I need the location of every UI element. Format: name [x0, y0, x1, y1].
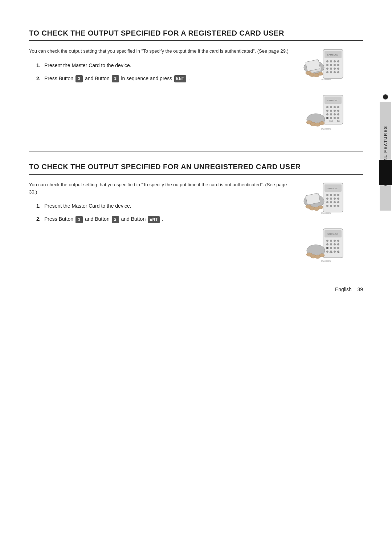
step-text: Press Button 3 and Button 1 in sequence …: [44, 74, 290, 82]
page-footer: English _ 39: [335, 286, 363, 292]
section2-step1: 1. Present the Master Card to the device…: [36, 202, 290, 210]
step-mid1: and Button: [85, 216, 110, 222]
button-badge-ent: ENT: [148, 216, 160, 223]
svg-point-14: [337, 68, 339, 70]
sidebar-black-bar: [379, 160, 392, 185]
svg-point-60: [337, 194, 339, 196]
svg-point-62: [330, 198, 332, 200]
svg-point-59: [334, 194, 336, 196]
section1-title: To Check the Output Specified for a Regi…: [29, 29, 363, 41]
section-divider: [29, 151, 363, 152]
section2-images: SAMSUNG: [298, 181, 363, 267]
svg-text:End: End: [330, 251, 333, 253]
svg-point-72: [337, 205, 339, 207]
step-number: 1.: [36, 202, 44, 210]
svg-point-3: [326, 60, 328, 62]
svg-text:SAMSUNG: SAMSUNG: [327, 54, 339, 56]
svg-point-66: [330, 201, 332, 203]
device-image-1: SAMSUNG: [301, 48, 359, 88]
device-image-4: SAMSUNG: [301, 227, 359, 267]
button-badge-2: 2: [112, 216, 119, 223]
svg-point-31: [330, 106, 332, 108]
device-image-3: SAMSUNG: [301, 181, 359, 221]
button-badge-3: 3: [75, 75, 83, 82]
svg-point-94: [337, 247, 339, 249]
svg-point-40: [334, 113, 336, 115]
svg-point-87: [326, 243, 328, 245]
svg-point-10: [337, 64, 339, 66]
svg-text:Set: Set: [337, 120, 340, 122]
svg-point-36: [334, 110, 336, 112]
step-number: 1.: [36, 61, 44, 69]
section1-images: SAMSUNG: [298, 48, 363, 133]
device-image-2: SAMSUNG: [301, 93, 359, 133]
svg-text:SMA-6000W: SMA-6000W: [321, 78, 331, 81]
step-suffix: .: [162, 216, 163, 222]
svg-point-17: [334, 71, 336, 73]
sidebar-tab: Additional Features: [379, 94, 392, 211]
svg-point-12: [330, 68, 332, 70]
svg-text:SAMSUNG: SAMSUNG: [327, 233, 339, 235]
step-mid1: and Button: [85, 76, 110, 81]
svg-text:SMA-6000W: SMA-6000W: [321, 212, 331, 214]
svg-point-37: [337, 110, 339, 112]
svg-point-70: [330, 205, 332, 207]
svg-point-57: [326, 194, 328, 196]
svg-point-69: [326, 205, 328, 207]
svg-point-50: [319, 122, 324, 125]
svg-point-39: [330, 113, 332, 115]
svg-point-88: [330, 243, 332, 245]
section2: To Check the Output Specified for an Unr…: [29, 163, 363, 267]
sidebar-label-wrap: Additional Features: [380, 102, 391, 211]
section2-desc: You can check the output setting that yo…: [29, 181, 290, 195]
svg-point-16: [330, 71, 332, 73]
button-badge-ent: ENT: [174, 75, 186, 82]
section2-title: To Check the Output Specified for an Unr…: [29, 163, 363, 175]
svg-point-64: [337, 198, 339, 200]
step-number: 2.: [36, 215, 44, 223]
svg-point-38: [326, 113, 328, 115]
section2-step2: 2. Press Button 3 and Button 2 and Butto…: [36, 215, 290, 223]
step-prefix: Press Button: [44, 76, 73, 81]
svg-point-95: [326, 251, 328, 253]
sidebar-dot: [383, 94, 388, 99]
svg-point-97: [334, 251, 336, 253]
svg-point-8: [330, 64, 332, 66]
svg-point-91: [326, 247, 328, 249]
svg-point-11: [326, 68, 328, 70]
step-number: 2.: [36, 74, 44, 82]
button-badge-3: 3: [75, 216, 83, 223]
svg-point-86: [337, 240, 339, 242]
svg-point-92: [330, 247, 332, 249]
svg-point-35: [330, 110, 332, 112]
svg-point-84: [330, 240, 332, 242]
section1-body: You can check the output setting that yo…: [29, 48, 363, 133]
svg-point-68: [337, 201, 339, 203]
svg-point-43: [330, 117, 332, 119]
svg-point-44: [334, 117, 336, 119]
svg-point-63: [334, 198, 336, 200]
svg-point-30: [326, 106, 328, 108]
section1-step2: 2. Press Button 3 and Button 1 in sequen…: [36, 74, 290, 82]
svg-point-9: [334, 64, 336, 66]
section1: To Check the Output Specified for a Regi…: [29, 29, 363, 133]
svg-point-42: [326, 117, 328, 119]
section2-steps: 1. Present the Master Card to the device…: [36, 202, 290, 223]
step-mid2: in sequence and press: [121, 76, 172, 81]
step-text: Press Button 3 and Button 2 and Button E…: [44, 215, 290, 223]
svg-point-13: [334, 68, 336, 70]
svg-text:Set: Set: [337, 251, 340, 253]
section1-step1: 1. Present the Master Card to the device…: [36, 61, 290, 69]
svg-point-61: [326, 198, 328, 200]
svg-point-34: [326, 110, 328, 112]
svg-point-83: [326, 240, 328, 242]
svg-point-5: [334, 60, 336, 62]
svg-point-45: [337, 117, 339, 119]
svg-point-67: [334, 201, 336, 203]
button-badge-1: 1: [112, 75, 119, 82]
svg-text:End: End: [330, 120, 333, 122]
page-content: To Check the Output Specified for a Regi…: [0, 0, 392, 307]
step-suffix: .: [188, 76, 190, 81]
svg-point-32: [334, 106, 336, 108]
svg-point-89: [334, 243, 336, 245]
